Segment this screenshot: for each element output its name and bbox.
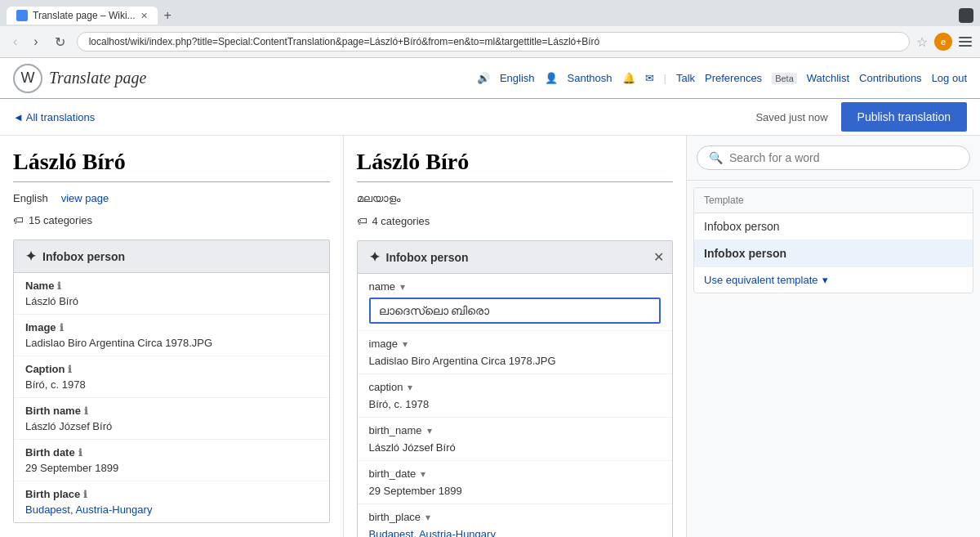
back-to-translations-link[interactable]: ◄ All translations <box>13 111 95 123</box>
language-selector[interactable]: English <box>500 72 535 84</box>
source-field-birth-place-label: Birth place ℹ <box>25 488 318 500</box>
word-search-input[interactable] <box>729 151 958 164</box>
austria-hungary-link[interactable]: Austria-Hungary <box>75 503 152 516</box>
source-meta: English view page <box>13 192 330 204</box>
sidebar-panel: 🔍 Template Infobox person Infobox person… <box>686 136 980 537</box>
translation-categories-row: 🏷 4 categories <box>357 215 674 227</box>
contributions-link[interactable]: Contributions <box>859 72 922 84</box>
publish-translation-button[interactable]: Publish translation <box>841 102 967 132</box>
source-field-birth-name-label: Birth name ℹ <box>25 405 318 417</box>
use-equivalent-template-button[interactable]: Use equivalent template ▾ <box>694 267 973 293</box>
source-field-name-value: László Bíró <box>25 295 318 307</box>
image-info-icon: ℹ <box>60 322 64 333</box>
caption-arrow-icon: ▾ <box>408 382 412 393</box>
bookmark-button[interactable]: ☆ <box>916 34 928 50</box>
back-button[interactable]: ‹ <box>8 33 22 51</box>
wiki-logo-icon: W <box>13 64 42 93</box>
logout-link[interactable]: Log out <box>932 72 967 84</box>
source-field-birth-date-label: Birth date ℹ <box>25 446 318 459</box>
source-category-icon: 🏷 <box>13 214 24 226</box>
sidebar-search-container: 🔍 <box>687 136 980 181</box>
browser-menu[interactable] <box>959 8 973 23</box>
source-field-birth-place-value[interactable]: Budapest, Austria-Hungary <box>25 503 318 516</box>
trans-field-image-label: image ▾ <box>369 338 662 350</box>
template-item-1[interactable]: Infobox person <box>694 213 973 240</box>
trans-field-birth-name: birth_name ▾ László József Bíró <box>358 418 673 461</box>
trans-infobox-cross-icon: ✦ <box>369 249 380 265</box>
source-infobox: ✦ Infobox person Name ℹ László Bíró Imag… <box>13 239 330 523</box>
source-language-label: English <box>13 192 48 204</box>
wiki-logo: W Translate page <box>13 64 146 93</box>
trans-field-birth-name-value: László József Bíró <box>369 441 662 454</box>
birth-place-arrow-icon: ▾ <box>425 512 430 523</box>
birth-name-arrow-icon: ▾ <box>427 425 432 436</box>
trans-budapest-link[interactable]: Budapest <box>369 528 414 537</box>
infobox-close-button[interactable]: ✕ <box>653 249 664 265</box>
trans-field-birth-place-value[interactable]: Budapest, Austria-Hungary <box>369 528 662 537</box>
active-tab[interactable]: Translate page – Wiki... ✕ <box>7 7 158 25</box>
beta-badge: Beta <box>772 73 797 84</box>
tab-title: Translate page – Wiki... <box>33 10 136 21</box>
username-link[interactable]: Santhosh <box>568 72 612 84</box>
tab-close-button[interactable]: ✕ <box>140 11 148 21</box>
source-field-birth-date-value: 29 September 1899 <box>25 462 318 474</box>
main-content: László Bíró English view page 🏷 15 categ… <box>0 136 980 537</box>
tab-favicon <box>16 10 28 21</box>
source-infobox-title: Infobox person <box>42 250 125 263</box>
email-icon[interactable]: ✉ <box>645 72 654 84</box>
trans-field-birth-date-label: birth_date ▾ <box>369 468 662 480</box>
source-field-caption-label: Caption ℹ <box>25 363 318 375</box>
wiki-app-title: Translate page <box>49 69 146 87</box>
source-field-birth-date: Birth date ℹ 29 September 1899 <box>14 440 329 481</box>
translation-infobox: ✦ Infobox person ✕ name ▾ image ▾ Ladisl… <box>357 240 674 537</box>
source-categories-count: 15 categories <box>29 214 92 226</box>
name-arrow-icon: ▾ <box>400 281 405 293</box>
wiki-header: W Translate page 🔊 English 👤 Santhosh 🔔 … <box>0 58 980 99</box>
trans-field-image: image ▾ Ladislao Biro Argentina Circa 19… <box>358 331 673 374</box>
source-field-name: Name ℹ László Bíró <box>14 273 329 315</box>
url-bar[interactable] <box>77 32 910 51</box>
use-template-label: Use equivalent template <box>704 274 817 286</box>
source-field-name-label: Name ℹ <box>25 280 318 292</box>
source-page-title: László Bíró <box>13 149 330 182</box>
name-info-icon: ℹ <box>57 280 61 292</box>
address-bar-container: ‹ › ↻ ☆ e <box>0 26 980 57</box>
reload-button[interactable]: ↻ <box>50 33 70 51</box>
image-arrow-icon: ▾ <box>403 338 408 350</box>
saved-status: Saved just now <box>755 111 827 123</box>
trans-field-caption-label: caption ▾ <box>369 381 662 393</box>
trans-austria-hungary-link[interactable]: Austria-Hungary <box>419 528 496 537</box>
trans-field-birth-name-label: birth_name ▾ <box>369 424 662 436</box>
source-panel: László Bíró English view page 🏷 15 categ… <box>0 136 344 537</box>
trans-field-name: name ▾ <box>358 274 673 331</box>
translate-toolbar: ◄ All translations Saved just now Publis… <box>0 99 980 136</box>
translation-page-title: László Bíró <box>357 149 674 182</box>
header-divider: | <box>664 72 666 84</box>
translation-infobox-title: Infobox person <box>386 251 469 264</box>
birth-date-info-icon: ℹ <box>78 447 82 459</box>
search-icon: 🔍 <box>709 151 723 164</box>
birth-name-info-icon: ℹ <box>84 405 88 417</box>
notification-icon[interactable]: 🔔 <box>622 72 635 84</box>
browser-profile[interactable]: e <box>934 33 952 51</box>
trans-field-birth-date: birth_date ▾ 29 September 1899 <box>358 461 673 504</box>
talk-link[interactable]: Talk <box>676 72 695 84</box>
budapest-link[interactable]: Budapest <box>25 503 70 516</box>
view-page-link[interactable]: view page <box>61 192 109 204</box>
trans-field-birth-place-label: birth_place ▾ <box>369 511 662 523</box>
source-field-birth-place: Birth place ℹ Budapest, Austria-Hungary <box>14 481 329 522</box>
browser-settings-icon[interactable] <box>959 37 972 47</box>
template-item-2[interactable]: Infobox person <box>694 240 973 267</box>
trans-field-birth-place: birth_place ▾ Budapest, Austria-Hungary <box>358 504 673 537</box>
source-infobox-header: ✦ Infobox person <box>14 240 329 273</box>
new-tab-button[interactable]: + <box>158 7 178 25</box>
translation-category-icon: 🏷 <box>357 215 368 227</box>
wiki-header-right: 🔊 English 👤 Santhosh 🔔 ✉ | Talk Preferen… <box>477 72 967 84</box>
trans-field-caption: caption ▾ Bíró, c. 1978 <box>358 374 673 418</box>
trans-field-birth-date-value: 29 September 1899 <box>369 485 662 497</box>
forward-button[interactable]: › <box>29 33 42 51</box>
watchlist-link[interactable]: Watchlist <box>807 72 849 84</box>
trans-field-name-input[interactable] <box>369 298 662 324</box>
preferences-link[interactable]: Preferences <box>705 72 762 84</box>
source-field-caption-value: Bíró, c. 1978 <box>25 378 318 391</box>
